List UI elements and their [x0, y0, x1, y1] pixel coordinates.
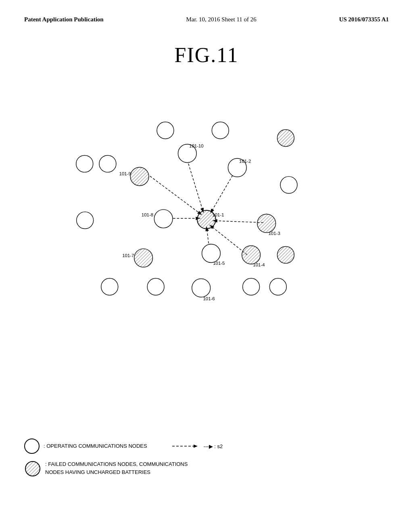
node-101-7	[134, 249, 153, 267]
node-extra-11	[269, 278, 286, 295]
header-right: US 2016/073355 A1	[339, 16, 389, 23]
svg-marker-3	[194, 445, 198, 448]
label-101-4: 101-4	[253, 262, 265, 267]
legend-arrow-svg	[171, 442, 200, 450]
legend-failed-symbol	[24, 460, 41, 477]
arrow-9-to-1	[150, 176, 202, 215]
node-101-5	[202, 244, 221, 263]
arrow-3-to-1	[213, 221, 263, 223]
page-header: Patent Application Publication Mar. 10, …	[0, 0, 413, 23]
legend-row-2: : FAILED COMMUNICATIONS NODES, COMMUNICA…	[24, 460, 387, 477]
node-extra-3	[157, 122, 174, 139]
figure-area: FIG.11	[0, 35, 413, 366]
legend-operating-label: : OPERATING COMMUNICATIONS NODES	[44, 443, 147, 450]
label-101-10: 101-10	[189, 143, 204, 148]
node-extra-5	[277, 130, 294, 147]
diagram-svg: 101-10 101-9 101-2 101-8 101-1 101-3 101…	[0, 35, 413, 366]
legend-arrow-label: ---▶ : s2	[204, 443, 223, 449]
label-101-6: 101-6	[203, 296, 215, 301]
legend-operating-symbol	[24, 438, 40, 454]
label-101-3: 101-3	[269, 231, 280, 236]
node-101-6	[192, 279, 211, 297]
node-extra-12	[277, 246, 294, 263]
legend-failed-label: : FAILED COMMUNICATIONS NODES, COMMUNICA…	[45, 460, 188, 476]
node-extra-1	[76, 155, 93, 172]
label-101-9: 101-9	[119, 171, 131, 176]
label-101-7: 101-7	[122, 253, 134, 258]
node-101-9	[130, 167, 149, 186]
svg-point-6	[25, 461, 40, 476]
node-extra-6	[280, 177, 297, 193]
label-101-5: 101-5	[213, 261, 225, 266]
label-101-1: 101-1	[212, 212, 224, 217]
node-101-4	[242, 246, 261, 264]
node-101-3	[257, 214, 276, 233]
node-101-8	[154, 210, 173, 228]
header-center: Mar. 10, 2016 Sheet 11 of 26	[186, 16, 256, 23]
node-extra-4	[212, 122, 229, 139]
label-101-2: 101-2	[239, 159, 251, 164]
node-extra-2	[99, 155, 116, 172]
legend-area: : OPERATING COMMUNICATIONS NODES ---▶ : …	[24, 438, 387, 484]
header-left: Patent Application Publication	[24, 16, 104, 23]
node-extra-7	[77, 212, 94, 229]
legend-row-1: : OPERATING COMMUNICATIONS NODES ---▶ : …	[24, 438, 387, 454]
label-101-8: 101-8	[142, 212, 153, 217]
arrow-10-to-1	[187, 160, 203, 213]
node-extra-8	[101, 278, 118, 295]
legend-arrow	[171, 442, 200, 450]
node-extra-9	[147, 278, 164, 295]
node-extra-10	[243, 278, 260, 295]
